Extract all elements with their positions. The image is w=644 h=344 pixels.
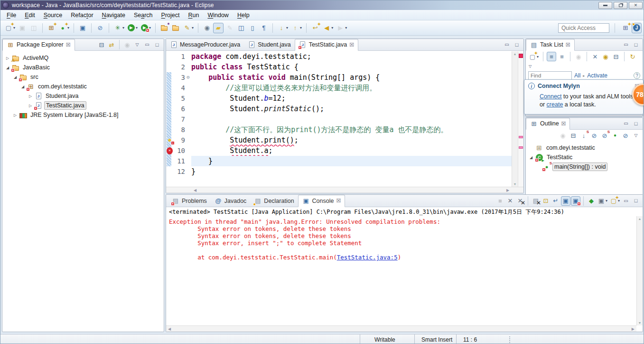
new-wizard-button[interactable]: ▢✦▾ <box>3 23 16 33</box>
back-button[interactable]: ◀▾ <box>321 23 334 33</box>
dropdown-arrow-icon[interactable]: ▾ <box>300 26 302 30</box>
package-explorer-item[interactable]: ◢✕src <box>2 72 164 82</box>
connect-link[interactable]: Connect <box>540 93 562 100</box>
previous-annotation-button[interactable]: ↑▾ <box>290 23 303 33</box>
dropdown-arrow-icon[interactable]: ▾ <box>122 26 124 30</box>
show-stderr-when-changed-button[interactable]: ▣✕ <box>571 196 580 206</box>
menu-refactor[interactable]: Refactor <box>66 11 97 19</box>
tab-declaration[interactable]: ▤Declaration <box>250 195 298 207</box>
annotate-button[interactable]: ✎▾ <box>182 23 195 33</box>
show-stdout-when-changed-button[interactable]: ▣ <box>561 196 570 206</box>
pin-console-button[interactable]: ◆ <box>587 196 596 206</box>
error-icon[interactable]: ✕ <box>167 147 173 154</box>
minimize-button[interactable]: ▭ <box>621 119 631 128</box>
package-explorer-item[interactable]: ▷JStudent.java <box>2 91 164 101</box>
tree-expander-icon[interactable]: ▷ <box>5 56 10 60</box>
remove-all-launches-button[interactable]: ✕✕ <box>515 196 525 206</box>
hide-fields-button[interactable]: ⊘ <box>589 131 599 140</box>
package-explorer-item[interactable]: ▷J✕TestStatic.java <box>2 101 164 110</box>
code-line[interactable]: 4 //这里可以通过类名来对方法和变量进行调用。 <box>166 83 512 93</box>
remove-launch-button[interactable]: ✕ <box>505 196 515 206</box>
code-line[interactable]: ✕10 Student.a; <box>166 145 512 156</box>
tree-expander-icon[interactable]: ▷ <box>13 113 18 117</box>
menu-source[interactable]: Source <box>39 11 67 19</box>
close-window-button[interactable]: ✕ <box>629 2 643 9</box>
java-perspective-button[interactable]: J <box>632 23 642 33</box>
tree-expander-icon[interactable]: ◢ <box>20 85 25 89</box>
package-explorer-item[interactable]: ▷⚠ActiveMQ <box>2 53 164 63</box>
hide-non-public-members-button[interactable]: ● <box>610 131 620 140</box>
bulb-error-icon[interactable]: ●✕ <box>166 136 173 144</box>
new-person-button[interactable]: ◉ <box>202 23 212 33</box>
error-marker[interactable] <box>519 54 523 58</box>
terminate-button[interactable]: ■ <box>495 196 505 206</box>
format-button[interactable]: ✎ <box>224 23 235 33</box>
menu-project[interactable]: Project <box>157 11 184 19</box>
close-icon[interactable]: ☒ <box>66 42 71 48</box>
editor-tab-Student.java[interactable]: JStudent.java <box>244 39 295 51</box>
hide-completed-tasks-button[interactable]: ✕ <box>590 52 600 61</box>
scheduled-presentation-button[interactable]: ≡ <box>557 52 567 61</box>
collapse-all-button[interactable]: ⊟ <box>569 131 578 140</box>
categorized-presentation-button[interactable]: ≡ <box>547 52 556 61</box>
maximize-button[interactable]: □ <box>512 40 522 49</box>
code-line[interactable]: 3⊖ public static void main(String[] args… <box>166 72 512 83</box>
import-button[interactable] <box>170 23 181 33</box>
dropdown-arrow-icon[interactable]: ▾ <box>331 26 333 30</box>
fold-icon[interactable]: ⊖ <box>185 72 191 83</box>
menu-window[interactable]: Window <box>203 11 233 19</box>
package-explorer-item[interactable]: ◢✕JavaBasic <box>2 63 164 72</box>
open-console-button[interactable]: ▣ <box>77 23 88 33</box>
editor-tab-TestStatic.java[interactable]: J✕TestStatic.java☒ <box>295 39 358 51</box>
code-line[interactable]: 6 Student.printStatic(); <box>166 104 512 114</box>
occurrence-marker[interactable] <box>519 136 523 138</box>
scroll-lock-button[interactable]: ⊡ <box>541 196 551 206</box>
console-vertical-scrollbar[interactable]: ▲▼ <box>636 216 643 325</box>
run-external-button[interactable]: ▶✕▾ <box>140 23 152 33</box>
next-annotation-button[interactable]: ↓▾ <box>276 23 289 33</box>
minimize-button[interactable]: ▭ <box>621 40 631 49</box>
stacktrace-link[interactable]: TestStatic.java:5 <box>337 254 398 261</box>
view-menu-button[interactable]: ▽ <box>631 131 641 140</box>
tree-expander-icon[interactable]: ◢ <box>529 155 533 160</box>
menu-search[interactable]: Search <box>130 11 157 19</box>
dropdown-arrow-icon[interactable]: ▾ <box>136 26 138 30</box>
word-wrap-button[interactable]: ↵ <box>551 196 560 206</box>
hide-local-types-button[interactable]: ⊘ <box>621 131 630 140</box>
mark-occurrences-button[interactable]: ▰ <box>213 23 224 33</box>
editor-vertical-scrollbar[interactable]: ▲▼ <box>512 51 518 187</box>
create-task-link[interactable]: create <box>547 101 563 108</box>
hide-static-members-button[interactable]: ⊘S <box>600 131 609 140</box>
maximize-button[interactable]: □ <box>631 196 641 206</box>
editor-tab-MessageProducer.java[interactable]: JMessageProducer.java <box>166 39 244 51</box>
tab-console[interactable]: ▣Console☒ <box>298 195 345 207</box>
minimize-button[interactable]: ▭ <box>142 40 152 49</box>
package-explorer-item[interactable]: ◢⊞✕com.deyi.teststatic <box>2 82 164 91</box>
tab-package-explorer[interactable]: ⊞ Package Explorer ☒ <box>2 39 75 51</box>
filter-task-button[interactable]: ◉ <box>601 52 610 61</box>
focus-on-active-task-button[interactable]: ◉ <box>122 40 132 49</box>
tab-problems[interactable]: ▤✕Problems <box>168 195 211 207</box>
dropdown-arrow-icon[interactable]: ▾ <box>286 26 288 30</box>
menu-help[interactable]: Help <box>233 11 254 19</box>
open-console-button[interactable]: ▢✦▾ <box>609 196 621 206</box>
view-menu-button[interactable]: ▽ <box>132 40 142 49</box>
tree-expander-icon[interactable]: ◢ <box>5 66 10 70</box>
help-icon[interactable]: ? <box>634 72 640 79</box>
menu-edit[interactable]: Edit <box>20 11 39 19</box>
menu-navigate[interactable]: Navigate <box>98 11 130 19</box>
dropdown-arrow-icon[interactable]: ▾ <box>606 199 607 203</box>
package-explorer-item[interactable]: ▷JRE System Library [JavaSE-1.8] <box>2 110 164 120</box>
task-activate-link[interactable]: Activate <box>587 72 607 79</box>
last-edit-location-button[interactable]: ↩✦ <box>310 23 320 33</box>
maximize-button[interactable]: □ <box>152 40 162 49</box>
show-selected-element-button[interactable]: ▯ <box>247 23 258 33</box>
editor-horizontal-scrollbar[interactable]: ◀▶ <box>166 187 523 193</box>
overview-ruler[interactable] <box>518 51 523 187</box>
task-find-input[interactable] <box>528 71 572 80</box>
tree-expander-icon[interactable]: ◢ <box>13 75 18 79</box>
open-task-button[interactable] <box>159 23 169 33</box>
occurrence-marker[interactable] <box>519 146 523 149</box>
code-line[interactable]: 2public class TestStatic { <box>166 62 512 72</box>
code-line[interactable]: 5 Student.b=12; <box>166 93 512 104</box>
